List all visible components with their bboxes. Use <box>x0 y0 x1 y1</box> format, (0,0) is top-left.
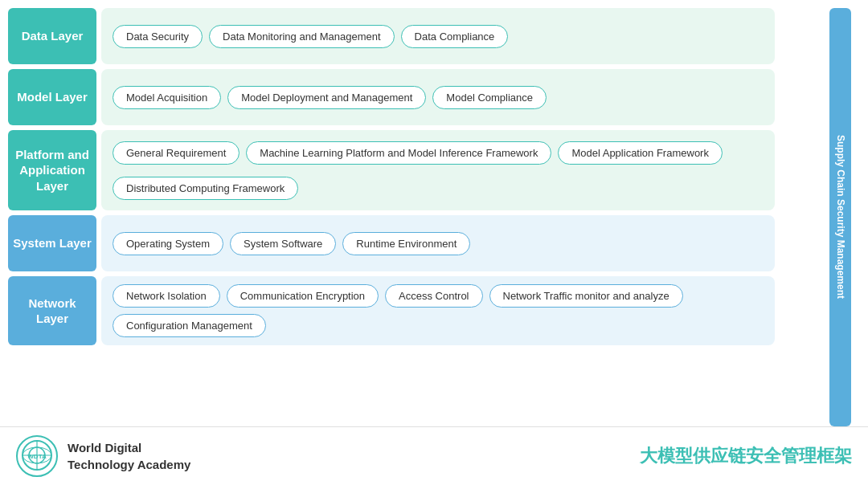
access-control-pill: Access Control <box>385 284 482 308</box>
model-acquisition-pill: Model Acquisition <box>113 86 221 109</box>
distributed-pill: Distributed Computing Framework <box>113 177 298 200</box>
runtime-pill: Runtime Environment <box>342 232 470 255</box>
data-monitoring-pill: Data Monitoring and Management <box>209 25 395 48</box>
main-container: Data LayerData SecurityData Monitoring a… <box>0 0 868 485</box>
data-layer-content: Data SecurityData Monitoring and Managem… <box>101 8 775 64</box>
general-req-pill: General Requirement <box>113 141 240 165</box>
network-layer-content: Network IsolationCommunication Encryptio… <box>101 276 775 345</box>
model-compliance-pill: Model Compliance <box>432 86 547 109</box>
org-name-line1: World Digital <box>68 439 190 456</box>
supply-chain-text: Supply Chain Security Management <box>833 135 847 299</box>
sidebar-sections-col <box>780 8 826 426</box>
model-layer-content: Model AcquisitionModel Deployment and Ma… <box>101 69 775 125</box>
platform-layer-row: Platform and Application LayerGeneral Re… <box>8 130 775 210</box>
supply-chain-col: Supply Chain Security Management <box>829 8 860 426</box>
footer-tagline: 大模型供应链安全管理框架 <box>640 444 852 468</box>
layers-section: Data LayerData SecurityData Monitoring a… <box>8 8 775 426</box>
model-layer-row: Model LayerModel AcquisitionModel Deploy… <box>8 69 775 125</box>
footer-left: WDTA World Digital Technology Academy <box>16 435 190 477</box>
org-name-line2: Technology Academy <box>68 456 190 473</box>
config-mgmt-pill: Configuration Management <box>113 314 266 337</box>
comm-encryption-pill: Communication Encryption <box>227 284 379 308</box>
platform-layer-content: General RequirementMachine Learning Plat… <box>101 130 775 210</box>
network-traffic-pill: Network Traffic monitor and analyze <box>489 284 683 308</box>
diagram-area: Data LayerData SecurityData Monitoring a… <box>0 0 868 426</box>
right-sidebar: Supply Chain Security Management <box>780 8 860 426</box>
network-layer-label: Network Layer <box>8 276 96 345</box>
network-isolation-pill: Network Isolation <box>113 284 220 308</box>
platform-layer-label: Platform and Application Layer <box>8 130 96 210</box>
model-layer-label: Model Layer <box>8 69 96 125</box>
system-layer-content: Operating SystemSystem SoftwareRuntime E… <box>101 215 775 271</box>
os-pill: Operating System <box>113 232 223 255</box>
supply-chain-label: Supply Chain Security Management <box>829 8 851 426</box>
svg-text:WDTA: WDTA <box>27 453 47 460</box>
model-app-pill: Model Application Framework <box>558 141 723 165</box>
data-compliance-pill: Data Compliance <box>401 25 509 48</box>
ml-platform-pill: Machine Learning Platform and Model Infe… <box>246 141 551 165</box>
system-layer-label: System Layer <box>8 215 96 271</box>
data-layer-row: Data LayerData SecurityData Monitoring a… <box>8 8 775 64</box>
system-software-pill: System Software <box>230 232 336 255</box>
system-layer-row: System LayerOperating SystemSystem Softw… <box>8 215 775 271</box>
model-deployment-pill: Model Deployment and Management <box>227 86 426 109</box>
footer: WDTA World Digital Technology Academy 大模… <box>0 426 868 485</box>
logo: WDTA <box>16 435 58 477</box>
org-name: World Digital Technology Academy <box>68 439 190 473</box>
logo-inner: WDTA <box>21 439 53 474</box>
network-layer-row: Network LayerNetwork IsolationCommunicat… <box>8 276 775 345</box>
data-security-pill: Data Security <box>113 25 203 48</box>
data-layer-label: Data Layer <box>8 8 96 64</box>
